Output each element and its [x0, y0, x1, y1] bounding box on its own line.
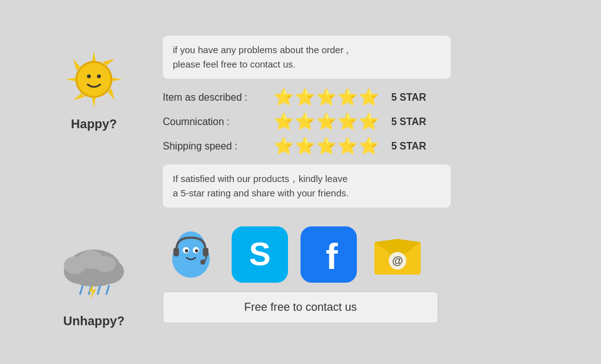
svg-rect-29 — [173, 248, 179, 256]
rating-score-2: 5 STAR — [391, 116, 426, 128]
rating-score-3: 5 STAR — [391, 141, 426, 152]
top-bubble: if you have any problems about the order… — [163, 36, 451, 79]
rating-label-3: Shipping speed : — [163, 141, 266, 152]
svg-point-17 — [95, 256, 116, 272]
star: ⭐ — [359, 88, 379, 107]
star: ⭐ — [295, 112, 315, 131]
svg-point-8 — [76, 62, 111, 97]
rating-score-1: 5 STAR — [391, 92, 426, 103]
svg-point-9 — [87, 74, 91, 78]
headset-svg — [163, 226, 219, 283]
happy-column: Happy? — [50, 36, 138, 131]
svg-point-24 — [177, 231, 205, 259]
bubble-text-line1: if you have any problems about the order… — [173, 44, 349, 55]
svg-point-28 — [195, 250, 198, 253]
right-column: if you have any problems about the order… — [163, 36, 551, 208]
satisfaction-bubble: If satisfied with our products，kindly le… — [163, 164, 451, 208]
star: ⭐ — [337, 88, 357, 107]
cloud-icon — [56, 239, 131, 308]
star: ⭐ — [274, 136, 294, 156]
svg-point-10 — [97, 74, 101, 78]
rating-label-2: Coumnication : — [163, 116, 266, 128]
skype-icon[interactable]: S — [232, 226, 288, 283]
stars-3: ⭐ ⭐ ⭐ ⭐ ⭐ — [274, 136, 379, 156]
svg-line-18 — [80, 286, 83, 294]
stars-2: ⭐ ⭐ ⭐ ⭐ ⭐ — [274, 112, 379, 131]
top-section: Happy? if you have any problems about th… — [0, 29, 601, 214]
contact-column: S f — [163, 226, 551, 323]
bubble-text-line2: please feel free to contact us. — [173, 59, 295, 69]
happy-label: Happy? — [71, 117, 116, 131]
rating-row-1: Item as described : ⭐ ⭐ ⭐ ⭐ ⭐ 5 STAR — [163, 88, 551, 107]
satisfaction-text-2: a 5-star rating and share with your frie… — [173, 188, 349, 198]
svg-text:@: @ — [392, 255, 403, 267]
icon-row: S f — [163, 226, 551, 283]
email-icon[interactable]: @ — [369, 226, 426, 283]
star: ⭐ — [359, 112, 379, 131]
star: ⭐ — [274, 112, 294, 131]
star: ⭐ — [316, 88, 336, 107]
svg-text:S: S — [249, 236, 271, 272]
svg-line-20 — [98, 286, 100, 294]
star: ⭐ — [337, 112, 357, 131]
bottom-section: Unhappy? — [0, 220, 601, 335]
svg-point-31 — [200, 260, 205, 265]
star: ⭐ — [316, 112, 336, 131]
rating-row-3: Shipping speed : ⭐ ⭐ ⭐ ⭐ ⭐ 5 STAR — [163, 136, 551, 156]
star: ⭐ — [295, 136, 315, 156]
rating-table: Item as described : ⭐ ⭐ ⭐ ⭐ ⭐ 5 STAR Cou… — [163, 88, 551, 156]
star: ⭐ — [295, 88, 315, 107]
svg-point-27 — [185, 250, 188, 253]
svg-marker-3 — [111, 78, 122, 81]
svg-text:f: f — [326, 236, 338, 276]
rating-label-1: Item as described : — [163, 92, 266, 103]
unhappy-label: Unhappy? — [63, 314, 125, 328]
star: ⭐ — [274, 88, 294, 107]
svg-marker-0 — [92, 51, 96, 62]
star: ⭐ — [337, 136, 357, 156]
headset-mascot-icon[interactable] — [163, 226, 219, 283]
svg-line-21 — [106, 286, 109, 294]
svg-marker-1 — [92, 97, 96, 108]
satisfaction-text-1: If satisfied with our products，kindly le… — [173, 173, 347, 184]
stars-1: ⭐ ⭐ ⭐ ⭐ ⭐ — [274, 88, 379, 107]
sun-icon — [63, 48, 125, 111]
unhappy-column: Unhappy? — [50, 226, 138, 328]
facebook-svg: f — [300, 226, 357, 283]
rating-row-2: Coumnication : ⭐ ⭐ ⭐ ⭐ ⭐ 5 STAR — [163, 112, 551, 131]
facebook-icon[interactable]: f — [300, 226, 357, 283]
contact-button[interactable]: Free free to contact us — [163, 291, 438, 323]
email-svg: @ — [369, 226, 426, 283]
skype-svg: S — [232, 226, 288, 283]
svg-marker-2 — [66, 78, 76, 81]
star: ⭐ — [316, 136, 336, 156]
main-container: Happy? if you have any problems about th… — [0, 29, 601, 335]
star: ⭐ — [359, 136, 379, 156]
